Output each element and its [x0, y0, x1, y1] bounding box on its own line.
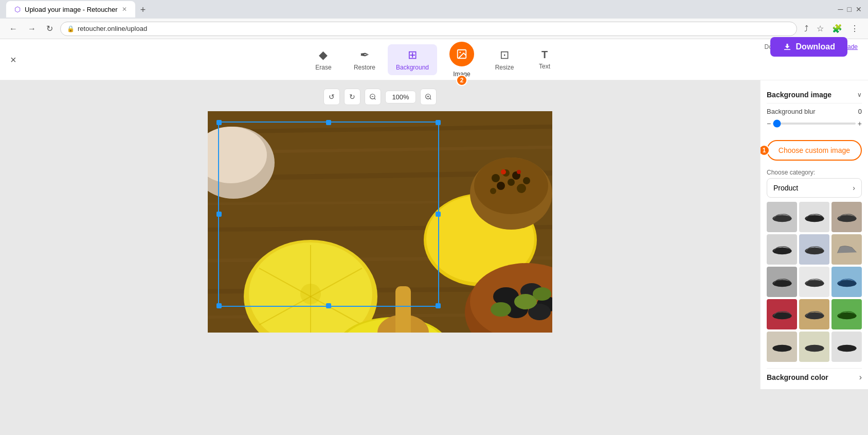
custom-image-wrap: 1 Choose custom image: [767, 136, 862, 165]
svg-point-67: [837, 345, 856, 352]
extensions-button[interactable]: 🧩: [829, 22, 845, 36]
svg-point-23: [300, 284, 321, 304]
restore-icon: ✒: [360, 48, 369, 62]
lock-icon: 🔒: [67, 25, 75, 32]
share-button[interactable]: ⤴: [801, 22, 811, 36]
thumb-3[interactable]: [831, 202, 862, 232]
zoom-out-button[interactable]: [365, 89, 381, 105]
image-tool-button[interactable]: Image 2: [441, 38, 482, 82]
toolbar: × ◆ Erase ✒ Restore ⊞ Background Image 2: [0, 39, 868, 80]
background-image-section: Background image ∨ Background blur 0 − +…: [767, 86, 862, 362]
svg-point-47: [491, 302, 511, 317]
star-button[interactable]: ☆: [813, 22, 827, 36]
choose-category-label: Choose category:: [767, 169, 862, 176]
thumb-9[interactable]: [831, 267, 862, 297]
blur-plus-button[interactable]: +: [858, 119, 862, 128]
background-color-section[interactable]: Background color ›: [767, 368, 862, 386]
svg-point-37: [490, 188, 496, 194]
address-bar[interactable]: 🔒 retoucher.online/upload: [60, 22, 797, 36]
canvas-area: ↺ ↻ 100%: [0, 80, 760, 389]
background-color-arrow-icon: ›: [859, 373, 862, 382]
side-panel: Background image ∨ Background blur 0 − +…: [760, 80, 868, 389]
svg-point-34: [517, 184, 526, 193]
thumb-2[interactable]: [799, 202, 829, 232]
menu-button[interactable]: ⋮: [847, 22, 862, 36]
text-icon: T: [541, 49, 548, 61]
category-value: Product: [773, 184, 798, 192]
category-dropdown-button[interactable]: Product ›: [767, 178, 862, 198]
svg-point-30: [492, 174, 500, 182]
minimize-button[interactable]: ─: [838, 5, 843, 13]
new-tab-button[interactable]: +: [136, 3, 150, 18]
download-label: Download: [796, 42, 835, 51]
thumb-7[interactable]: [767, 267, 797, 297]
svg-point-66: [805, 345, 824, 352]
maximize-button[interactable]: □: [847, 5, 852, 13]
choose-custom-image-button[interactable]: Choose custom image: [767, 140, 862, 161]
blur-row: Background blur 0: [767, 103, 862, 119]
zoom-in-button[interactable]: [420, 89, 437, 105]
forward-button[interactable]: →: [25, 22, 39, 36]
url-display: retoucher.online/upload: [78, 25, 147, 32]
close-window-button[interactable]: ✕: [856, 5, 862, 13]
image-icon-wrap: [449, 42, 474, 66]
image-grid: [767, 202, 862, 362]
erase-label: Erase: [315, 64, 331, 71]
background-icon: ⊞: [408, 48, 417, 62]
thumb-10[interactable]: [767, 299, 797, 329]
background-tool-button[interactable]: ⊞ Background: [388, 44, 437, 75]
thumb-5[interactable]: [799, 234, 829, 265]
svg-point-39: [517, 170, 521, 174]
background-color-title: Background color: [767, 373, 828, 381]
thumb-8[interactable]: [799, 267, 829, 297]
thumb-11[interactable]: [799, 299, 829, 329]
download-button[interactable]: Download: [770, 37, 847, 57]
main-canvas-image[interactable]: [208, 111, 552, 333]
resize-label: Resize: [495, 64, 514, 71]
thumb-15[interactable]: [831, 332, 862, 362]
resize-icon: ⊡: [500, 48, 509, 62]
app-container: × ◆ Erase ✒ Restore ⊞ Background Image 2: [0, 39, 868, 389]
resize-tool-button[interactable]: ⊡ Resize: [486, 44, 522, 75]
blur-label: Background blur: [767, 108, 816, 115]
browser-actions: ⤴ ☆ 🧩 ⋮: [801, 22, 862, 36]
restore-label: Restore: [354, 64, 375, 71]
download-btn-wrap: Download Downloaded images 1/1. Upgrade: [765, 43, 858, 50]
blur-value: 0: [858, 108, 862, 115]
tab-title: Upload your image - Retoucher: [25, 6, 118, 13]
erase-icon: ◆: [319, 48, 328, 62]
blur-minus-button[interactable]: −: [767, 119, 771, 128]
background-image-chevron: ∨: [857, 91, 862, 98]
browser-tab-active[interactable]: ⬡ Upload your image - Retoucher ✕: [6, 1, 135, 18]
svg-point-33: [523, 177, 530, 184]
browser-chrome: ⬡ Upload your image - Retoucher ✕ + ─ □ …: [0, 0, 868, 39]
category-arrow-icon: ›: [853, 184, 855, 192]
redo-button[interactable]: ↻: [344, 89, 360, 105]
svg-point-65: [772, 345, 791, 352]
background-image-title: Background image: [767, 91, 831, 99]
tab-close-button[interactable]: ✕: [122, 6, 127, 13]
svg-point-38: [501, 169, 506, 175]
undo-button[interactable]: ↺: [323, 89, 340, 105]
svg-point-36: [508, 179, 515, 186]
thumb-1[interactable]: [767, 202, 797, 232]
erase-tool-button[interactable]: ◆ Erase: [305, 44, 341, 75]
back-button[interactable]: ←: [6, 22, 21, 36]
svg-line-6: [429, 98, 431, 100]
svg-point-35: [497, 182, 505, 190]
blur-slider[interactable]: [773, 123, 856, 125]
svg-point-1: [459, 51, 461, 53]
browser-controls: ← → ↻ 🔒 retoucher.online/upload ⤴ ☆ 🧩 ⋮: [0, 19, 868, 39]
restore-tool-button[interactable]: ✒ Restore: [346, 44, 384, 75]
background-image-header[interactable]: Background image ∨: [767, 86, 862, 103]
thumb-12[interactable]: [831, 299, 862, 329]
step-2-badge: 2: [456, 75, 467, 86]
close-editor-button[interactable]: ×: [10, 54, 16, 65]
thumb-6[interactable]: [831, 234, 862, 265]
refresh-button[interactable]: ↻: [43, 22, 56, 36]
browser-tabs: ⬡ Upload your image - Retoucher ✕ +: [6, 1, 150, 18]
thumb-13[interactable]: [767, 332, 797, 362]
text-tool-button[interactable]: T Text: [527, 45, 563, 74]
thumb-4[interactable]: [767, 234, 797, 265]
thumb-14[interactable]: [799, 332, 829, 362]
